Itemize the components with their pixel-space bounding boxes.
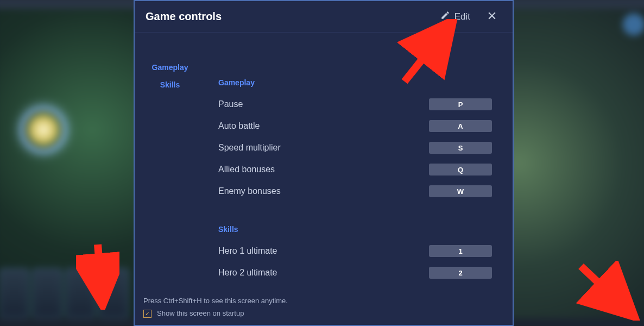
modal-footer: Press Ctrl+Shift+H to see this screen an… <box>135 291 513 325</box>
check-icon: ✓ <box>145 309 150 319</box>
control-label: Hero 2 ultimate <box>218 268 429 278</box>
edit-label: Edit <box>454 11 470 22</box>
control-label: Hero 1 ultimate <box>218 246 429 256</box>
key-chip[interactable]: 2 <box>429 267 492 279</box>
key-chip[interactable]: 1 <box>429 245 492 257</box>
modal-header: Game controls Edit <box>135 1 513 33</box>
pencil-icon <box>440 10 450 23</box>
close-icon <box>487 10 497 23</box>
section-heading-skills: Skills <box>218 225 492 234</box>
control-label: Allied bonuses <box>218 165 429 174</box>
footer-hint: Press Ctrl+Shift+H to see this screen an… <box>143 296 504 307</box>
modal-body: Gameplay Skills Gameplay PauseP Auto bat… <box>135 33 513 291</box>
key-chip[interactable]: W <box>429 185 492 197</box>
modal-title: Game controls <box>146 10 435 23</box>
sidebar-item-gameplay[interactable]: Gameplay <box>152 59 188 76</box>
control-label: Enemy bonuses <box>218 186 429 196</box>
key-chip[interactable]: Q <box>429 164 492 175</box>
controls-content[interactable]: Gameplay PauseP Auto battleA Speed multi… <box>205 33 513 291</box>
control-label: Speed multiplier <box>218 143 429 153</box>
edit-button[interactable]: Edit <box>435 7 476 26</box>
control-row: Hero 1 ultimate1 <box>218 240 492 262</box>
key-chip[interactable]: A <box>429 120 492 132</box>
game-controls-modal: Game controls Edit Gameplay Skills Gamep… <box>134 0 514 326</box>
sidebar: Gameplay Skills <box>135 33 205 291</box>
control-row: Allied bonusesQ <box>218 159 492 180</box>
control-row: Enemy bonusesW <box>218 180 492 202</box>
control-row: Auto battleA <box>218 115 492 137</box>
control-label: Auto battle <box>218 121 429 131</box>
control-row: PauseP <box>218 93 492 115</box>
section-heading-gameplay: Gameplay <box>218 78 492 87</box>
control-row: Hero 2 ultimate2 <box>218 262 492 284</box>
key-chip[interactable]: P <box>429 98 492 110</box>
checkbox-label: Show this screen on startup <box>157 308 244 319</box>
sidebar-item-skills[interactable]: Skills <box>160 76 180 93</box>
key-chip[interactable]: S <box>429 142 492 154</box>
control-row: Speed multiplierS <box>218 137 492 159</box>
control-label: Pause <box>218 99 429 109</box>
close-button[interactable] <box>481 6 503 28</box>
startup-checkbox[interactable]: ✓ <box>143 310 151 318</box>
